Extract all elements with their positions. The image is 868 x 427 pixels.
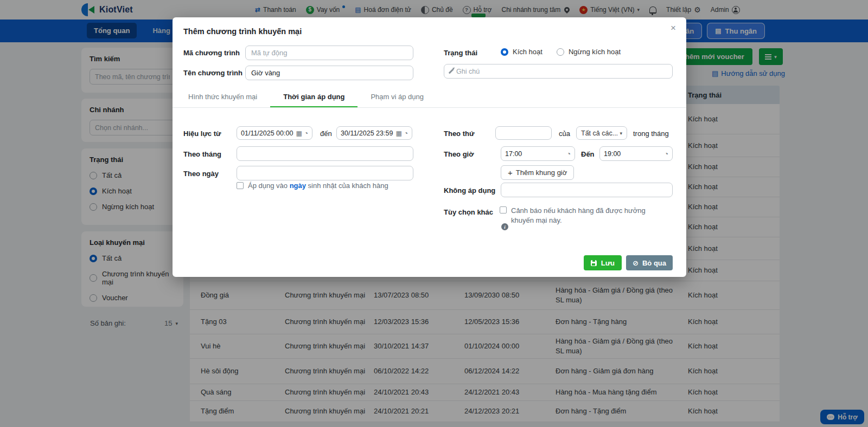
- of-text: của: [559, 130, 570, 138]
- warning-label: Cảnh báo nếu khách hàng đã được hưởng kh…: [511, 206, 668, 225]
- code-label: Mã chương trình: [183, 49, 240, 57]
- effective-from-label: Hiệu lực từ: [183, 130, 221, 138]
- cancel-button[interactable]: ⊘ Bỏ qua: [626, 255, 673, 270]
- note-placeholder: Ghi chú: [456, 68, 668, 75]
- other-options-label: Tùy chọn khác: [444, 208, 493, 216]
- by-weekday-input[interactable]: [495, 126, 552, 140]
- clock-icon[interactable]: ◔: [567, 150, 571, 158]
- code-input[interactable]: [245, 46, 413, 60]
- radio-label: Kích hoạt: [513, 48, 542, 56]
- name-input[interactable]: [245, 66, 413, 80]
- add-timeframe-label: Thêm khung giờ: [516, 169, 567, 177]
- effective-to-value: 30/11/2025 23:59: [341, 130, 393, 137]
- add-promotion-modal: Thêm chương trình khuyến mại × Mã chương…: [173, 17, 686, 277]
- tab-thời-gian-áp-dụng[interactable]: Thời gian áp dụng: [270, 93, 358, 107]
- clock-icon[interactable]: ◔: [304, 130, 308, 137]
- note-input[interactable]: Ghi chú: [444, 64, 673, 79]
- weekday-scope-value: Tất cả các...: [581, 130, 618, 137]
- birthday-checkbox[interactable]: [237, 182, 244, 189]
- prohibition-icon: ⊘: [633, 259, 639, 267]
- by-month-label: Theo tháng: [183, 150, 221, 158]
- calendar-icon[interactable]: ▦: [395, 130, 401, 137]
- effective-to-input[interactable]: 30/11/2025 23:59 ▦ ◔: [336, 126, 412, 140]
- warning-checkbox[interactable]: [500, 206, 507, 214]
- status-radio-group: Kích hoạtNgừng kích hoạt: [501, 48, 621, 56]
- by-hour-label: Theo giờ: [444, 150, 474, 158]
- modal-tabs: Hình thức khuyến mạiThời gian áp dụngPhạ…: [173, 93, 686, 108]
- clock-icon[interactable]: ◔: [665, 150, 668, 158]
- modal-status-option[interactable]: Ngừng kích hoạt: [557, 48, 621, 56]
- hour-from-input[interactable]: 17:00 ◔: [501, 146, 575, 161]
- radio-label: Ngừng kích hoạt: [569, 48, 621, 56]
- hour-to-label: Đến: [581, 150, 595, 158]
- by-day-label: Theo ngày: [183, 170, 219, 178]
- in-month-text: trong tháng: [633, 130, 669, 138]
- tab-hình-thức-khuyến-mại[interactable]: Hình thức khuyến mại: [175, 93, 270, 107]
- screen: KiotViet ⇄Thanh toán$Vay vốn▤Hoá đơn điệ…: [0, 0, 868, 427]
- chevron-down-icon: ▾: [620, 131, 622, 136]
- by-month-input[interactable]: [237, 146, 413, 161]
- exclude-label: Không áp dụng: [444, 186, 495, 195]
- by-weekday-label: Theo thứ: [444, 130, 474, 138]
- modal-status-option[interactable]: Kích hoạt: [501, 48, 542, 56]
- modal-footer: Lưu ⊘ Bỏ qua: [584, 255, 673, 270]
- effective-from-input[interactable]: 01/11/2025 00:00 ▦ ◔: [237, 126, 312, 140]
- birthday-link[interactable]: ngày: [290, 182, 306, 190]
- status-label: Trạng thái: [444, 49, 477, 57]
- pencil-icon: [449, 69, 454, 74]
- modal-title: Thêm chương trình khuyến mại: [183, 27, 302, 36]
- cancel-label: Bỏ qua: [642, 259, 666, 267]
- calendar-icon[interactable]: ▦: [296, 130, 302, 137]
- hour-from-value: 17:00: [505, 150, 565, 158]
- warning-checkbox-row[interactable]: Cảnh báo nếu khách hàng đã được hưởng kh…: [500, 206, 668, 225]
- add-timeframe-button[interactable]: + Thêm khung giờ: [501, 165, 574, 180]
- tab-phạm-vi-áp-dụng[interactable]: Phạm vi áp dụng: [358, 93, 437, 107]
- hour-to-input[interactable]: 19:00 ◔: [599, 146, 673, 161]
- plus-icon: +: [508, 168, 513, 177]
- birthday-checkbox-row[interactable]: Áp dụng vào ngày sinh nhật của khách hàn…: [237, 182, 388, 190]
- by-day-input[interactable]: [237, 166, 413, 180]
- close-icon[interactable]: ×: [671, 23, 676, 34]
- radio-icon: [501, 48, 508, 56]
- clock-icon[interactable]: ◔: [404, 130, 408, 137]
- info-icon[interactable]: i: [501, 223, 508, 230]
- weekday-scope-select[interactable]: Tất cả các... ▾: [576, 126, 627, 140]
- exclude-input[interactable]: [501, 183, 673, 197]
- hour-to-value: 19:00: [604, 150, 662, 158]
- save-button[interactable]: Lưu: [584, 255, 622, 270]
- name-label: Tên chương trình: [183, 69, 242, 77]
- to-text: đến: [320, 130, 332, 138]
- effective-from-value: 01/11/2025 00:00: [241, 130, 293, 137]
- save-label: Lưu: [601, 259, 615, 267]
- save-icon: [591, 260, 597, 266]
- radio-icon: [557, 48, 564, 56]
- birthday-label: Áp dụng vào ngày sinh nhật của khách hàn…: [248, 182, 388, 190]
